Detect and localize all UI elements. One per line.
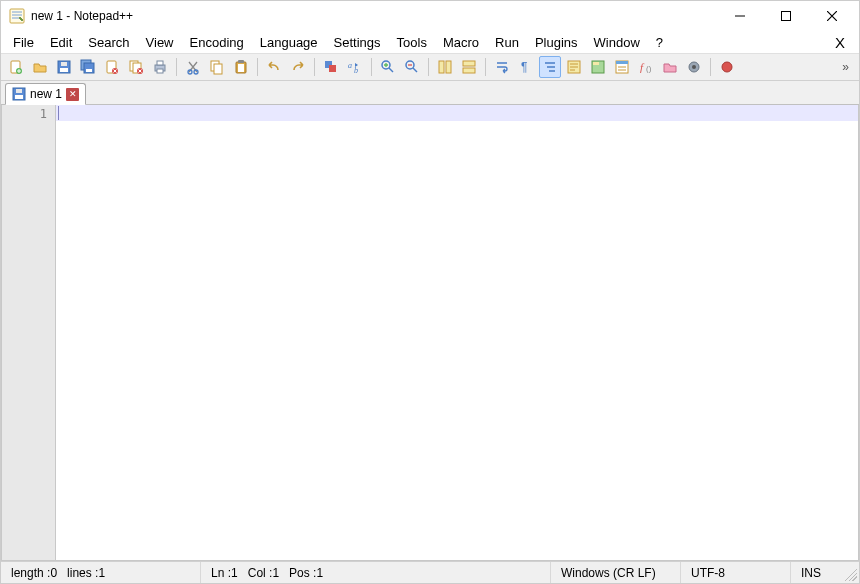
toolbar: ab ¶ f() » <box>1 53 859 81</box>
menu-settings[interactable]: Settings <box>326 33 389 52</box>
replace-icon[interactable]: ab <box>344 56 366 78</box>
sync-v-scroll-icon[interactable] <box>434 56 456 78</box>
monitor-icon[interactable] <box>683 56 705 78</box>
cut-icon[interactable] <box>182 56 204 78</box>
text-editor[interactable] <box>56 105 858 560</box>
svg-rect-48 <box>15 95 23 99</box>
doc-map-icon[interactable] <box>587 56 609 78</box>
undo-icon[interactable] <box>263 56 285 78</box>
find-icon[interactable] <box>320 56 342 78</box>
menu-view[interactable]: View <box>138 33 182 52</box>
udl-icon[interactable] <box>563 56 585 78</box>
menu-file[interactable]: File <box>5 33 42 52</box>
close-file-icon[interactable] <box>101 56 123 78</box>
svg-text:f: f <box>640 61 645 73</box>
new-file-icon[interactable] <box>5 56 27 78</box>
toolbar-separator <box>710 58 711 76</box>
print-icon[interactable] <box>149 56 171 78</box>
tab-bar: new 1 ✕ <box>1 81 859 105</box>
doc-list-icon[interactable] <box>611 56 633 78</box>
menu-edit[interactable]: Edit <box>42 33 80 52</box>
tab-close-button[interactable]: ✕ <box>66 88 79 101</box>
redo-icon[interactable] <box>287 56 309 78</box>
func-list-icon[interactable]: f() <box>635 56 657 78</box>
svg-rect-49 <box>16 89 22 93</box>
wordwrap-icon[interactable] <box>491 56 513 78</box>
line-number-gutter: 1 <box>2 105 56 560</box>
svg-rect-35 <box>463 68 475 73</box>
toolbar-separator <box>257 58 258 76</box>
close-window-button[interactable] <box>809 1 855 31</box>
record-macro-icon[interactable] <box>716 56 738 78</box>
toolbar-separator <box>428 58 429 76</box>
paste-icon[interactable] <box>230 56 252 78</box>
save-all-icon[interactable] <box>77 56 99 78</box>
menu-window[interactable]: Window <box>586 33 648 52</box>
svg-text:b: b <box>354 66 358 75</box>
svg-rect-25 <box>238 60 244 63</box>
svg-point-46 <box>722 62 732 72</box>
status-position: Ln : 1 Col : 1 Pos : 1 <box>201 562 551 583</box>
svg-rect-33 <box>446 61 451 73</box>
svg-rect-32 <box>439 61 444 73</box>
title-bar: new 1 - Notepad++ <box>1 1 859 31</box>
line-number: 1 <box>2 107 47 121</box>
svg-text:(): () <box>646 64 652 73</box>
svg-point-45 <box>692 65 696 69</box>
status-mode[interactable]: INS <box>791 562 841 583</box>
resize-grip[interactable] <box>841 565 857 581</box>
tab-save-icon <box>12 87 26 101</box>
menu-macro[interactable]: Macro <box>435 33 487 52</box>
indent-guide-icon[interactable] <box>539 56 561 78</box>
show-all-chars-icon[interactable]: ¶ <box>515 56 537 78</box>
status-length-lines: length : 0 lines : 1 <box>1 562 201 583</box>
sync-h-scroll-icon[interactable] <box>458 56 480 78</box>
svg-rect-34 <box>463 61 475 66</box>
menu-run[interactable]: Run <box>487 33 527 52</box>
status-encoding[interactable]: UTF-8 <box>681 562 791 583</box>
menu-close-doc[interactable]: X <box>825 34 855 51</box>
folder-workspace-icon[interactable] <box>659 56 681 78</box>
minimize-button[interactable] <box>717 1 763 31</box>
toolbar-separator <box>485 58 486 76</box>
menu-search[interactable]: Search <box>80 33 137 52</box>
svg-point-19 <box>188 70 192 74</box>
window-title: new 1 - Notepad++ <box>31 9 133 23</box>
menu-encoding[interactable]: Encoding <box>182 33 252 52</box>
svg-rect-7 <box>61 62 67 66</box>
toolbar-separator <box>314 58 315 76</box>
copy-icon[interactable] <box>206 56 228 78</box>
svg-rect-24 <box>238 64 244 72</box>
editor-area: 1 <box>1 105 859 561</box>
status-eol[interactable]: Windows (CR LF) <box>551 562 681 583</box>
zoom-in-icon[interactable] <box>377 56 399 78</box>
save-icon[interactable] <box>53 56 75 78</box>
menu-language[interactable]: Language <box>252 33 326 52</box>
toolbar-separator <box>371 58 372 76</box>
toolbar-separator <box>176 58 177 76</box>
zoom-out-icon[interactable] <box>401 56 423 78</box>
svg-text:¶: ¶ <box>521 60 527 74</box>
svg-rect-27 <box>329 65 336 72</box>
text-caret <box>58 106 59 120</box>
tab-label: new 1 <box>30 87 62 101</box>
maximize-button[interactable] <box>763 1 809 31</box>
menu-plugins[interactable]: Plugins <box>527 33 586 52</box>
svg-rect-2 <box>782 12 791 21</box>
svg-rect-18 <box>157 69 163 73</box>
svg-rect-39 <box>593 62 599 65</box>
svg-rect-22 <box>214 64 222 74</box>
svg-rect-10 <box>86 69 92 72</box>
menu-help[interactable]: ? <box>648 33 671 52</box>
svg-rect-17 <box>157 61 163 65</box>
menu-bar: File Edit Search View Encoding Language … <box>1 31 859 53</box>
svg-rect-6 <box>60 68 68 72</box>
menu-tools[interactable]: Tools <box>389 33 435 52</box>
app-icon <box>9 8 25 24</box>
svg-point-20 <box>194 70 198 74</box>
document-tab[interactable]: new 1 ✕ <box>5 83 86 105</box>
open-file-icon[interactable] <box>29 56 51 78</box>
close-all-icon[interactable] <box>125 56 147 78</box>
toolbar-overflow[interactable]: » <box>836 60 855 74</box>
svg-text:a: a <box>348 61 352 70</box>
